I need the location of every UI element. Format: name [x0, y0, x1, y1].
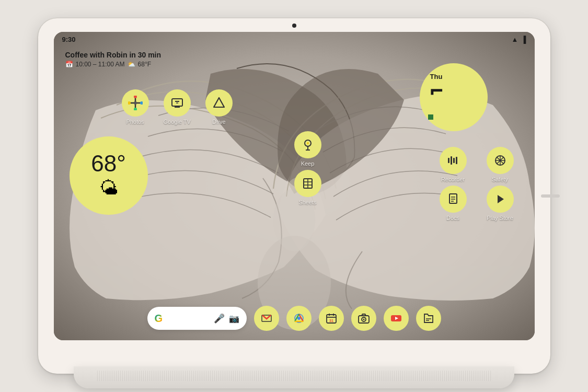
gmail-icon-circle [254, 306, 279, 331]
svg-text:31: 31 [329, 319, 333, 322]
google-tv-label: Google TV [164, 119, 191, 125]
app-recorder[interactable]: Recorder [440, 147, 467, 182]
front-camera [292, 24, 296, 28]
notification-temp: 68°F [138, 61, 151, 68]
play-store-label: Play Store [487, 215, 513, 221]
tablet-screen: 9:30 ▲ ▐ Coffee with Robin in 30 min 📅 1… [54, 32, 535, 340]
app-safety[interactable]: Safety [487, 147, 514, 182]
calendar-event-dot [428, 114, 433, 120]
weather-condition-icon: 🌤 [99, 177, 118, 199]
notification-detail: 📅 10:00 – 11:00 AM ⛅ 68°F [65, 61, 162, 68]
search-input-icons: 🎤 📷 [214, 313, 239, 324]
google-search-bar[interactable]: G 🎤 📷 [147, 307, 247, 330]
status-icons: ▲ ▐ [511, 36, 526, 43]
bottom-dock: G 🎤 📷 [54, 306, 535, 331]
svg-point-4 [140, 101, 143, 105]
notification-title: Coffee with Robin in 30 min [65, 51, 162, 59]
svg-point-35 [363, 319, 364, 320]
files-icon-circle [416, 306, 441, 331]
photos-label: Photos [126, 119, 144, 125]
svg-point-10 [307, 142, 309, 144]
safety-label: Safety [492, 176, 508, 182]
safety-icon-circle [487, 147, 514, 174]
app-row-1: Photos Google TV [122, 89, 233, 125]
svg-rect-15 [448, 158, 449, 163]
svg-rect-16 [451, 156, 452, 165]
weather-small-icon: ⛅ [128, 61, 135, 68]
status-bar: 9:30 ▲ ▐ [54, 32, 535, 47]
camera-icon-circle [351, 306, 376, 331]
drive-label: Drive [212, 119, 226, 125]
app-icons-center: Keep Sheets [294, 131, 321, 205]
photos-icon-circle [122, 89, 149, 117]
calendar-icon: 📅 [65, 61, 73, 68]
google-tv-icon-circle [164, 89, 191, 117]
svg-point-7 [134, 101, 137, 105]
charging-port [541, 194, 560, 198]
app-keep[interactable]: Keep [294, 131, 321, 167]
recorder-icon-circle [440, 147, 467, 174]
app-photos[interactable]: Photos [122, 89, 149, 125]
recorder-label: Recorder [441, 176, 465, 182]
status-time: 9:30 [62, 36, 76, 43]
sheets-label: Sheets [298, 199, 316, 205]
play-store-icon-circle [487, 186, 514, 213]
svg-point-5 [134, 108, 137, 110]
chrome-icon-circle [286, 306, 312, 331]
svg-rect-19 [449, 194, 457, 203]
sheets-icon-circle [294, 170, 321, 197]
temperature-display: 68° [91, 152, 126, 175]
calendar-corner: ⌐ [430, 80, 443, 102]
drive-icon-circle [205, 89, 233, 117]
keep-label: Keep [301, 160, 315, 167]
youtube-icon-circle [384, 306, 409, 331]
speaker-base [74, 366, 514, 388]
weather-widget[interactable]: 68° 🌤 [70, 136, 148, 215]
svg-rect-17 [453, 158, 455, 163]
app-icons-right: Recorder Docs [440, 147, 467, 221]
docs-icon-circle [440, 186, 467, 213]
dock-calendar[interactable]: 31 [319, 306, 344, 331]
pixel-tablet-device: 9:30 ▲ ▐ Coffee with Robin in 30 min 📅 1… [38, 18, 550, 374]
app-icons-right2: Safety Play Store [487, 147, 514, 221]
svg-point-6 [128, 101, 131, 105]
calendar-icon-circle: 31 [319, 306, 344, 331]
lens-icon[interactable]: 📷 [229, 314, 239, 324]
app-icons-left: Photos Google TV [122, 89, 233, 125]
notification-card[interactable]: Coffee with Robin in 30 min 📅 10:00 – 11… [65, 51, 162, 68]
microphone-icon[interactable]: 🎤 [214, 313, 225, 324]
app-play-store[interactable]: Play Store [487, 186, 514, 221]
app-drive[interactable]: Drive [205, 89, 233, 125]
app-google-tv[interactable]: Google TV [164, 89, 191, 125]
battery-icon: ▐ [521, 36, 526, 43]
svg-rect-18 [456, 157, 457, 164]
dock-files[interactable] [416, 306, 441, 331]
dock-chrome[interactable] [286, 306, 312, 331]
docs-label: Docs [446, 215, 459, 221]
dock-youtube[interactable] [384, 306, 409, 331]
svg-point-3 [134, 96, 137, 98]
dock-gmail[interactable] [254, 306, 279, 331]
svg-rect-8 [172, 99, 182, 106]
keep-icon-circle [294, 131, 321, 158]
google-logo: G [155, 313, 163, 325]
wifi-icon: ▲ [511, 36, 518, 43]
app-docs[interactable]: Docs [440, 186, 467, 221]
app-sheets[interactable]: Sheets [294, 170, 321, 205]
calendar-widget[interactable]: Thu ⌐ [420, 63, 488, 131]
dock-camera[interactable] [351, 306, 376, 331]
notification-time: 10:00 – 11:00 AM [76, 61, 125, 68]
